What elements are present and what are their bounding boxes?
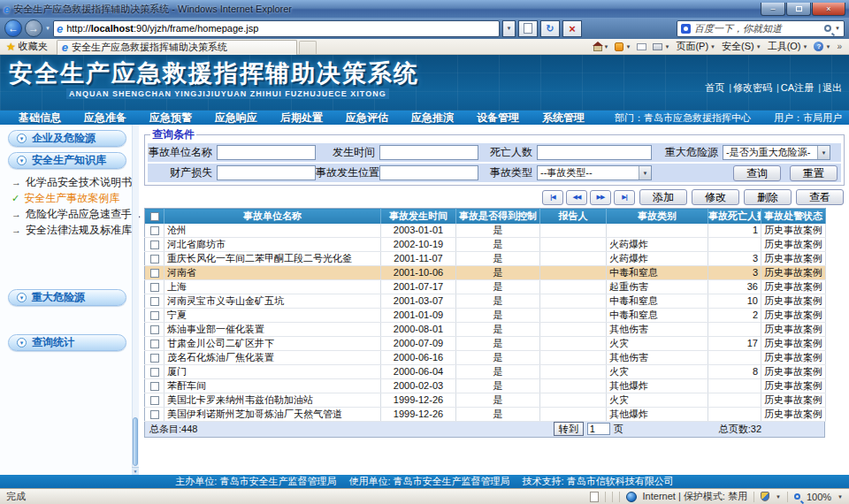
row-checkbox[interactable]	[150, 297, 159, 306]
cell-checkbox[interactable]	[145, 308, 164, 322]
select-all-header[interactable]	[145, 209, 164, 224]
shield-dropdown-icon[interactable]: ▼	[776, 494, 781, 500]
cell-checkbox[interactable]	[145, 378, 164, 393]
nav-item[interactable]: 系统管理	[542, 111, 585, 126]
home-button[interactable]: ▼	[593, 42, 609, 51]
row-checkbox[interactable]	[150, 283, 159, 292]
help-menu[interactable]: ?▼	[814, 42, 830, 51]
location-input[interactable]	[379, 165, 478, 180]
forward-button[interactable]: →	[25, 19, 42, 37]
search-box[interactable]: ▼	[677, 20, 845, 37]
table-row[interactable]: 炼油事业部一催化装置2000-08-01是其他伤害历史事故案例	[145, 322, 826, 336]
cell-checkbox[interactable]	[145, 336, 164, 350]
header-link[interactable]: 首页	[705, 82, 724, 93]
cell-checkbox[interactable]	[145, 407, 164, 421]
row-checkbox[interactable]	[150, 311, 159, 320]
back-button[interactable]: ←	[4, 19, 22, 37]
minimize-button[interactable]: –	[761, 3, 785, 16]
sidebar-group-query-stats[interactable]: ▼ 查询统计	[8, 334, 126, 351]
table-row[interactable]: 河南灵宝市义寺山金矿五坑2001-03-07是中毒和窒息10历史事故案例	[145, 294, 826, 308]
favorites-star-icon[interactable]: ★	[6, 41, 16, 53]
table-row[interactable]: 茂名石化炼油厂焦化装置2000-06-16是其他伤害历史事故案例	[145, 350, 826, 364]
favorites-label[interactable]: 收藏夹	[19, 40, 48, 53]
page-menu[interactable]: 页面(P)▼	[676, 40, 715, 53]
page-number-input[interactable]	[587, 423, 610, 435]
next-page-button[interactable]: ▶▶	[590, 190, 611, 205]
cell-checkbox[interactable]	[145, 294, 164, 308]
nav-item[interactable]: 应急预警	[149, 111, 192, 126]
zoom-icon[interactable]	[794, 493, 800, 500]
first-page-button[interactable]: |◀	[542, 190, 563, 205]
row-checkbox[interactable]	[150, 269, 159, 278]
table-row[interactable]: 宁夏2001-01-09是中毒和窒息2历史事故案例	[145, 308, 826, 322]
safety-menu[interactable]: 安全(S)▼	[722, 40, 761, 53]
close-button[interactable]: ×	[812, 3, 845, 16]
search-icon[interactable]	[824, 25, 831, 32]
nav-item[interactable]: 应急评估	[346, 111, 388, 126]
stop-button[interactable]: ×	[562, 20, 582, 37]
view-button[interactable]: 查看	[796, 189, 844, 205]
cell-checkbox[interactable]	[145, 322, 164, 336]
mail-button[interactable]	[637, 43, 646, 50]
sidebar-group-enterprise[interactable]: ▼ 企业及危险源	[8, 130, 126, 147]
sidebar-item[interactable]: ✓安全生产事故案例库	[0, 190, 139, 206]
sidebar-item[interactable]: →化学品安全技术说明书	[0, 174, 139, 190]
row-checkbox[interactable]	[150, 325, 159, 334]
table-row[interactable]: 美国北卡罗来纳州韦兹伯勒加油站1999-12-26是火灾历史事故案例	[145, 393, 826, 407]
browser-tab[interactable]: e 安全生产应急救援指挥辅助决策系统	[57, 40, 297, 55]
search-dropdown-icon[interactable]: ▼	[835, 26, 840, 31]
reset-button[interactable]: 重置	[790, 165, 838, 181]
row-checkbox[interactable]	[150, 382, 159, 391]
delete-button[interactable]: 删除	[744, 189, 792, 205]
table-row[interactable]: 上海2001-07-17是起重伤害36历史事故案例	[145, 279, 826, 294]
row-checkbox[interactable]	[150, 255, 159, 263]
row-checkbox[interactable]	[150, 354, 159, 363]
address-field[interactable]: e http://localhost:90/yjzh/frame/homepag…	[53, 20, 500, 37]
prev-page-button[interactable]: ◀◀	[566, 190, 587, 205]
unit-name-input[interactable]	[217, 145, 316, 160]
cell-checkbox[interactable]	[145, 350, 164, 364]
sidebar-scrollbar[interactable]: ▼	[132, 125, 139, 475]
compatibility-view-button[interactable]	[518, 20, 538, 37]
goto-page-button[interactable]: 转到	[554, 422, 584, 436]
print-button[interactable]: ▼	[653, 43, 669, 50]
scrollbar-down-icon[interactable]: ▼	[132, 467, 139, 475]
search-input[interactable]	[694, 23, 821, 34]
history-dropdown-icon[interactable]: ▼	[45, 26, 50, 31]
table-row[interactable]: 甘肃金川公司二矿区井下2000-07-09是火灾17历史事故案例	[145, 336, 826, 350]
nav-item[interactable]: 后期处置	[280, 111, 323, 126]
nav-item[interactable]: 应急准备	[84, 111, 126, 126]
major-hazard-select[interactable]: -是否为重大危险源- ▼	[723, 145, 830, 160]
row-checkbox[interactable]	[150, 396, 159, 405]
refresh-button[interactable]: ↻	[540, 20, 560, 37]
maximize-button[interactable]	[786, 3, 811, 16]
address-dropdown-button[interactable]: ▼	[502, 20, 516, 37]
feeds-button[interactable]: ▼	[615, 42, 631, 51]
cell-checkbox[interactable]	[145, 265, 164, 279]
nav-item[interactable]: 应急响应	[215, 111, 257, 126]
select-all-checkbox[interactable]	[150, 212, 159, 221]
row-checkbox[interactable]	[150, 340, 159, 348]
cell-checkbox[interactable]	[145, 364, 164, 378]
cell-checkbox[interactable]	[145, 224, 164, 238]
death-count-input[interactable]	[537, 145, 652, 160]
table-row[interactable]: 沧州2003-01-01是1历史事故案例	[145, 224, 826, 238]
cell-checkbox[interactable]	[145, 393, 164, 407]
row-checkbox[interactable]	[150, 241, 159, 249]
row-checkbox[interactable]	[150, 410, 159, 419]
row-checkbox[interactable]	[150, 368, 159, 377]
header-link[interactable]: CA注册	[781, 82, 814, 93]
table-row[interactable]: 苯酐车间2000-02-03是其他爆炸历史事故案例	[145, 378, 826, 393]
sidebar-group-knowledge[interactable]: ▼ 安全生产知识库	[8, 152, 126, 169]
more-commands-button[interactable]: »	[837, 42, 842, 51]
sidebar-item[interactable]: →安全法律法规及标准库	[0, 222, 139, 238]
zoom-level-label[interactable]: 100%	[807, 492, 831, 502]
nav-item[interactable]: 设备管理	[477, 111, 519, 126]
cell-checkbox[interactable]	[145, 279, 164, 294]
header-link[interactable]: 退出	[822, 82, 842, 93]
accident-type-select[interactable]: --事故类型-- ▼	[537, 165, 652, 180]
table-row[interactable]: 重庆长风化一车间二苯甲酮工段二号光化釜2001-11-07是火药爆炸3历史事故案…	[145, 251, 826, 265]
last-page-button[interactable]: ▶|	[614, 190, 635, 205]
table-row[interactable]: 美国伊利诺斯州芝加哥炼油厂天然气管道1999-12-26是其他爆炸历史事故案例	[145, 407, 826, 421]
modify-button[interactable]: 修改	[692, 189, 739, 205]
